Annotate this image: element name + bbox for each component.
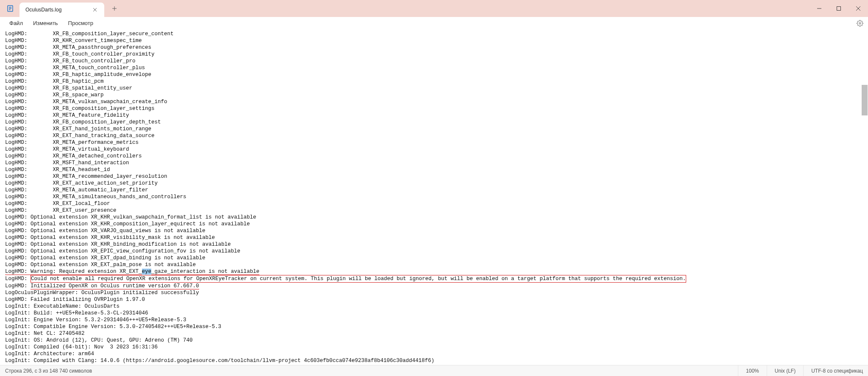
log-line: LogHMD: XR_MSFT_hand_interaction xyxy=(5,160,863,166)
svg-point-12 xyxy=(859,22,861,24)
log-line: LogHMD: XR_FB_space_warp xyxy=(5,92,863,98)
menu-view[interactable]: Просмотр xyxy=(63,18,98,28)
gear-icon[interactable] xyxy=(854,19,865,28)
log-line: LogHMD: Failed initializing OVRPlugin 1.… xyxy=(5,296,863,303)
log-line: LogInit: Architecture: arm64 xyxy=(5,351,863,357)
log-line: LogHMD: XR_FB_spatial_entity_user xyxy=(5,85,863,92)
status-eol[interactable]: Unix (LF) xyxy=(767,365,803,376)
log-line: LogHMD: XR_EXT_hand_tracking_data_source xyxy=(5,132,863,139)
tab-title: OculusDarts.log xyxy=(25,7,90,13)
log-line: LogHMD: Optional extension XR_VARJO_quad… xyxy=(5,227,863,234)
svg-rect-9 xyxy=(837,7,841,11)
title-bar: OculusDarts.log xyxy=(0,0,868,17)
menu-file[interactable]: Файл xyxy=(4,18,28,28)
window-controls xyxy=(810,0,868,17)
tab-active[interactable]: OculusDarts.log xyxy=(19,3,104,17)
log-line: LogInit: OS: Android (12), CPU: Quest, G… xyxy=(5,337,863,344)
log-line: LogHMD: XR_META_detached_controllers xyxy=(5,153,863,160)
scrollbar-thumb[interactable] xyxy=(862,85,868,115)
app-icon xyxy=(3,2,17,15)
status-bar: Строка 296, с 3 из 148 740 символов 100%… xyxy=(0,365,868,376)
log-line: LogHMD: Optional extension XR_EXT_palm_p… xyxy=(5,261,863,268)
log-line: LogHMD: XR_META_touch_controller_plus xyxy=(5,65,863,71)
log-line: LogInit: Net CL: 27405482 xyxy=(5,330,863,337)
log-line: LogHMD: XR_EXT_user_presence xyxy=(5,207,863,214)
status-zoom[interactable]: 100% xyxy=(738,365,767,376)
log-line: LogHMD: XR_FB_haptic_pcm xyxy=(5,78,863,85)
close-window-button[interactable] xyxy=(849,0,868,17)
log-line: LogInit: Compatible Engine Version: 5.3.… xyxy=(5,323,863,330)
log-line: LogHMD: XR_FB_touch_controller_proximity xyxy=(5,51,863,58)
close-tab-icon[interactable] xyxy=(90,5,100,15)
maximize-button[interactable] xyxy=(829,0,849,17)
log-line: LogHMD: XR_FB_composition_layer_settings xyxy=(5,105,863,112)
log-line: LogHMD: XR_META_simultaneous_hands_and_c… xyxy=(5,194,863,200)
log-line: LogInit: Compiled with Clang: 14.0.6 (ht… xyxy=(5,357,863,364)
log-line: LogHMD: XR_EXT_hand_joints_motion_range xyxy=(5,126,863,132)
log-line: LogHMD: XR_META_recommended_layer_resolu… xyxy=(5,173,863,180)
log-line: LogHMD: XR_KHR_convert_timespec_time xyxy=(5,37,863,44)
log-line: LogHMD: XR_META_vulkan_swapchain_create_… xyxy=(5,98,863,105)
log-line: LogHMD: XR_FB_composition_layer_depth_te… xyxy=(5,119,863,126)
log-line: LogHMD: XR_META_passthrough_preferences xyxy=(5,44,863,51)
menu-bar: Файл Изменить Просмотр xyxy=(0,17,868,30)
log-line: LogHMD: Optional extension XR_KHR_bindin… xyxy=(5,241,863,248)
log-line: LogOculusPluginWrapper: OculusPlugin ini… xyxy=(5,289,863,296)
status-encoding[interactable]: UTF-8 со спецификац xyxy=(803,365,863,376)
log-line: LogHMD: Optional extension XR_EXT_dpad_b… xyxy=(5,255,863,261)
log-line: LogHMD: Initialized OpenXR on Oculus run… xyxy=(5,283,863,289)
log-line-warning: LogHMD: Warning: Required extension XR_E… xyxy=(5,268,863,275)
log-line: LogHMD: XR_FB_touch_controller_pro xyxy=(5,58,863,65)
log-line: LogHMD: Optional extension XR_KHR_vulkan… xyxy=(5,214,863,221)
log-line: LogHMD: XR_META_feature_fidelity xyxy=(5,112,863,119)
log-line: LogHMD: XR_META_automatic_layer_filter xyxy=(5,187,863,194)
new-tab-button[interactable] xyxy=(108,2,121,15)
log-line: LogInit: Engine Version: 5.3.2-29314046+… xyxy=(5,317,863,323)
log-line: LogInit: Compiled (64-bit): Nov 3 2023 1… xyxy=(5,344,863,351)
log-line: LogInit: ExecutableName: OculusDarts xyxy=(5,303,863,310)
editor-content[interactable]: LogHMD: XR_FB_composition_layer_secure_c… xyxy=(0,30,868,365)
menu-edit[interactable]: Изменить xyxy=(28,18,63,28)
log-line: LogHMD: XR_EXT_active_action_set_priorit… xyxy=(5,180,863,187)
log-line: LogHMD: XR_META_performance_metrics xyxy=(5,139,863,146)
log-line: LogHMD: XR_META_virtual_keyboard xyxy=(5,146,863,153)
log-line: LogHMD: XR_FB_haptic_amplitude_envelope xyxy=(5,71,863,78)
log-line-error: LogHMD: Could not enable all required Op… xyxy=(5,275,863,283)
log-line: LogHMD: Optional extension XR_KHR_visibi… xyxy=(5,234,863,241)
log-line: LogHMD: XR_EXT_local_floor xyxy=(5,200,863,207)
minimize-button[interactable] xyxy=(810,0,829,17)
log-line: LogHMD: XR_META_headset_id xyxy=(5,166,863,173)
log-line: LogInit: Build: ++UE5+Release-5.3-CL-293… xyxy=(5,310,863,317)
log-line: LogHMD: Optional extension XR_EPIC_view_… xyxy=(5,248,863,255)
log-line: LogHMD: XR_FB_composition_layer_secure_c… xyxy=(5,31,863,37)
status-position[interactable]: Строка 296, с 3 из 148 740 символов xyxy=(5,368,738,374)
log-line: LogHMD: Optional extension XR_KHR_compos… xyxy=(5,221,863,227)
